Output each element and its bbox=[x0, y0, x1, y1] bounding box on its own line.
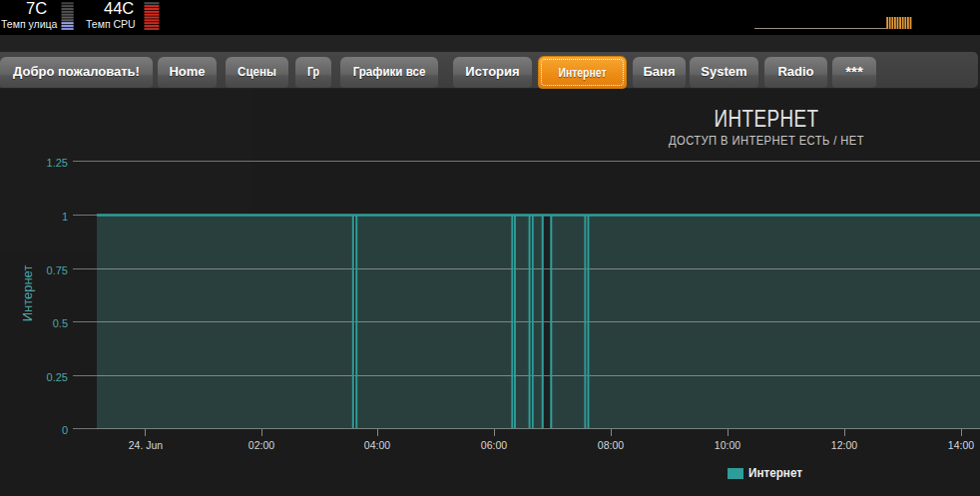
svg-text:0.75: 0.75 bbox=[47, 264, 68, 276]
svg-text:04:00: 04:00 bbox=[364, 439, 390, 451]
svg-text:02:00: 02:00 bbox=[248, 439, 274, 451]
svg-text:10:00: 10:00 bbox=[715, 439, 740, 451]
svg-text:0.25: 0.25 bbox=[47, 371, 68, 383]
svg-text:24. Jun: 24. Jun bbox=[129, 439, 164, 451]
svg-text:1: 1 bbox=[62, 211, 68, 223]
svg-text:14:00: 14:00 bbox=[948, 439, 974, 451]
svg-text:Интернет: Интернет bbox=[20, 265, 35, 322]
svg-text:1.25: 1.25 bbox=[47, 157, 68, 169]
svg-text:08:00: 08:00 bbox=[598, 439, 624, 451]
svg-text:0: 0 bbox=[62, 424, 68, 436]
svg-text:0.5: 0.5 bbox=[53, 317, 68, 329]
svg-text:06:00: 06:00 bbox=[481, 439, 507, 451]
svg-text:12:00: 12:00 bbox=[831, 439, 857, 451]
